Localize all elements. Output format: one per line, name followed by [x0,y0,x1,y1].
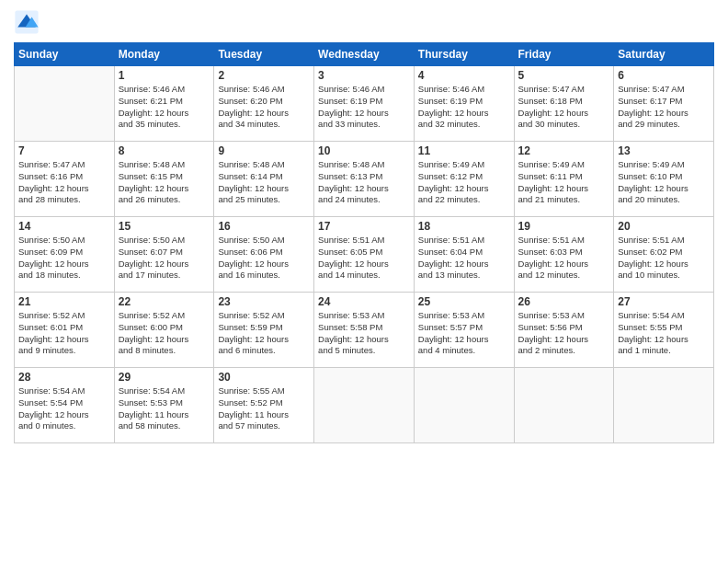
calendar-cell: 5Sunrise: 5:47 AM Sunset: 6:18 PM Daylig… [514,66,614,142]
calendar-cell: 15Sunrise: 5:50 AM Sunset: 6:07 PM Dayli… [114,217,214,293]
week-row-4: 21Sunrise: 5:52 AM Sunset: 6:01 PM Dayli… [15,293,714,368]
day-number: 7 [18,144,110,157]
day-number: 18 [418,220,510,233]
col-header-tuesday: Tuesday [214,43,314,66]
day-number: 12 [518,144,610,157]
calendar-cell: 10Sunrise: 5:48 AM Sunset: 6:13 PM Dayli… [314,142,415,217]
day-number: 20 [618,220,710,233]
calendar-cell: 14Sunrise: 5:50 AM Sunset: 6:09 PM Dayli… [15,217,115,293]
day-number: 26 [518,295,610,308]
day-number: 25 [418,295,510,308]
calendar-cell: 11Sunrise: 5:49 AM Sunset: 6:12 PM Dayli… [414,142,514,217]
col-header-sunday: Sunday [15,43,115,66]
calendar-cell: 30Sunrise: 5:55 AM Sunset: 5:52 PM Dayli… [214,368,314,443]
cell-info: Sunrise: 5:54 AM Sunset: 5:53 PM Dayligh… [119,385,210,432]
cell-info: Sunrise: 5:51 AM Sunset: 6:03 PM Dayligh… [518,235,610,282]
cell-info: Sunrise: 5:53 AM Sunset: 5:57 PM Dayligh… [418,310,510,357]
calendar-cell: 26Sunrise: 5:53 AM Sunset: 5:56 PM Dayli… [514,293,614,368]
day-number: 1 [119,69,210,82]
cell-info: Sunrise: 5:52 AM Sunset: 6:01 PM Dayligh… [18,310,110,357]
col-header-friday: Friday [514,43,614,66]
day-number: 28 [18,371,110,384]
cell-info: Sunrise: 5:47 AM Sunset: 6:18 PM Dayligh… [518,84,610,131]
cell-info: Sunrise: 5:46 AM Sunset: 6:20 PM Dayligh… [218,84,310,131]
cell-info: Sunrise: 5:53 AM Sunset: 5:56 PM Dayligh… [518,310,610,357]
col-header-saturday: Saturday [614,43,714,66]
calendar-cell [414,368,514,443]
cell-info: Sunrise: 5:46 AM Sunset: 6:21 PM Dayligh… [119,84,210,131]
calendar-cell: 2Sunrise: 5:46 AM Sunset: 6:20 PM Daylig… [214,66,314,142]
cell-info: Sunrise: 5:51 AM Sunset: 6:02 PM Dayligh… [618,235,710,282]
cell-info: Sunrise: 5:47 AM Sunset: 6:17 PM Dayligh… [618,84,710,131]
cell-info: Sunrise: 5:48 AM Sunset: 6:14 PM Dayligh… [218,159,310,206]
day-number: 13 [618,144,710,157]
calendar-cell: 18Sunrise: 5:51 AM Sunset: 6:04 PM Dayli… [414,217,514,293]
day-number: 21 [18,295,110,308]
logo-icon [14,9,40,35]
day-number: 24 [318,295,410,308]
calendar-cell [15,66,115,142]
cell-info: Sunrise: 5:51 AM Sunset: 6:05 PM Dayligh… [318,235,410,282]
cell-info: Sunrise: 5:55 AM Sunset: 5:52 PM Dayligh… [218,385,310,432]
calendar-cell: 20Sunrise: 5:51 AM Sunset: 6:02 PM Dayli… [614,217,714,293]
day-number: 8 [119,144,210,157]
calendar-cell: 24Sunrise: 5:53 AM Sunset: 5:58 PM Dayli… [314,293,415,368]
calendar-cell: 21Sunrise: 5:52 AM Sunset: 6:01 PM Dayli… [15,293,115,368]
cell-info: Sunrise: 5:48 AM Sunset: 6:15 PM Dayligh… [119,159,210,206]
cell-info: Sunrise: 5:52 AM Sunset: 6:00 PM Dayligh… [119,310,210,357]
calendar-cell [514,368,614,443]
calendar-cell: 29Sunrise: 5:54 AM Sunset: 5:53 PM Dayli… [114,368,214,443]
calendar-cell: 17Sunrise: 5:51 AM Sunset: 6:05 PM Dayli… [314,217,415,293]
calendar-cell: 8Sunrise: 5:48 AM Sunset: 6:15 PM Daylig… [114,142,214,217]
day-number: 30 [218,371,310,384]
day-number: 10 [318,144,410,157]
calendar-cell: 4Sunrise: 5:46 AM Sunset: 6:19 PM Daylig… [414,66,514,142]
calendar-table: SundayMondayTuesdayWednesdayThursdayFrid… [14,42,714,443]
week-row-1: 1Sunrise: 5:46 AM Sunset: 6:21 PM Daylig… [15,66,714,142]
col-header-wednesday: Wednesday [314,43,415,66]
logo [14,9,43,35]
calendar-cell: 25Sunrise: 5:53 AM Sunset: 5:57 PM Dayli… [414,293,514,368]
cell-info: Sunrise: 5:52 AM Sunset: 5:59 PM Dayligh… [218,310,310,357]
cell-info: Sunrise: 5:50 AM Sunset: 6:09 PM Dayligh… [18,235,110,282]
cell-info: Sunrise: 5:46 AM Sunset: 6:19 PM Dayligh… [318,84,410,131]
cell-info: Sunrise: 5:49 AM Sunset: 6:11 PM Dayligh… [518,159,610,206]
calendar-cell: 19Sunrise: 5:51 AM Sunset: 6:03 PM Dayli… [514,217,614,293]
cell-info: Sunrise: 5:48 AM Sunset: 6:13 PM Dayligh… [318,159,410,206]
cell-info: Sunrise: 5:50 AM Sunset: 6:06 PM Dayligh… [218,235,310,282]
calendar-cell: 9Sunrise: 5:48 AM Sunset: 6:14 PM Daylig… [214,142,314,217]
calendar-cell [614,368,714,443]
calendar-cell: 7Sunrise: 5:47 AM Sunset: 6:16 PM Daylig… [15,142,115,217]
page: SundayMondayTuesdayWednesdayThursdayFrid… [0,0,728,563]
day-number: 9 [218,144,310,157]
cell-info: Sunrise: 5:54 AM Sunset: 5:54 PM Dayligh… [18,385,110,432]
day-number: 19 [518,220,610,233]
col-header-thursday: Thursday [414,43,514,66]
calendar-cell: 12Sunrise: 5:49 AM Sunset: 6:11 PM Dayli… [514,142,614,217]
day-number: 11 [418,144,510,157]
col-header-monday: Monday [114,43,214,66]
day-number: 3 [318,69,410,82]
day-number: 16 [218,220,310,233]
day-number: 6 [618,69,710,82]
calendar-cell: 1Sunrise: 5:46 AM Sunset: 6:21 PM Daylig… [114,66,214,142]
calendar-cell: 3Sunrise: 5:46 AM Sunset: 6:19 PM Daylig… [314,66,415,142]
calendar-cell: 27Sunrise: 5:54 AM Sunset: 5:55 PM Dayli… [614,293,714,368]
calendar-cell [314,368,415,443]
day-number: 2 [218,69,310,82]
cell-info: Sunrise: 5:50 AM Sunset: 6:07 PM Dayligh… [119,235,210,282]
week-row-5: 28Sunrise: 5:54 AM Sunset: 5:54 PM Dayli… [15,368,714,443]
calendar-header-row: SundayMondayTuesdayWednesdayThursdayFrid… [15,43,714,66]
day-number: 5 [518,69,610,82]
cell-info: Sunrise: 5:51 AM Sunset: 6:04 PM Dayligh… [418,235,510,282]
day-number: 23 [218,295,310,308]
cell-info: Sunrise: 5:54 AM Sunset: 5:55 PM Dayligh… [618,310,710,357]
cell-info: Sunrise: 5:53 AM Sunset: 5:58 PM Dayligh… [318,310,410,357]
week-row-3: 14Sunrise: 5:50 AM Sunset: 6:09 PM Dayli… [15,217,714,293]
day-number: 4 [418,69,510,82]
day-number: 27 [618,295,710,308]
calendar-cell: 28Sunrise: 5:54 AM Sunset: 5:54 PM Dayli… [15,368,115,443]
calendar-cell: 16Sunrise: 5:50 AM Sunset: 6:06 PM Dayli… [214,217,314,293]
day-number: 29 [119,371,210,384]
cell-info: Sunrise: 5:49 AM Sunset: 6:12 PM Dayligh… [418,159,510,206]
